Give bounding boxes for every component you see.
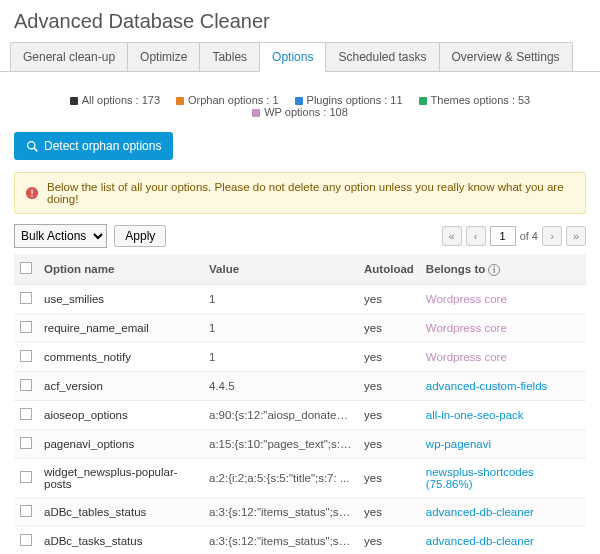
tab-general-clean-up[interactable]: General clean-up	[10, 42, 128, 71]
tab-overview-settings[interactable]: Overview & Settings	[439, 42, 573, 71]
svg-point-0	[28, 141, 35, 148]
cell-autoload: yes	[358, 459, 420, 498]
cell-belongs[interactable]: advanced-db-cleaner	[420, 498, 586, 527]
row-checkbox[interactable]	[14, 372, 38, 401]
th-belongs: Belongs toi	[420, 254, 586, 285]
legend-item[interactable]: WP options : 108	[252, 106, 348, 118]
row-checkbox[interactable]	[14, 401, 38, 430]
svg-rect-4	[31, 195, 32, 196]
tab-optimize[interactable]: Optimize	[127, 42, 200, 71]
cell-value: 4.4.5	[203, 372, 358, 401]
tab-bar: General clean-upOptimizeTablesOptionsSch…	[0, 41, 600, 72]
row-checkbox[interactable]	[14, 498, 38, 527]
cell-value: a:2:{i:2;a:5:{s:5:"title";s:7: ...	[203, 459, 358, 498]
cell-name: use_smilies	[38, 285, 203, 314]
checkbox-icon	[20, 292, 32, 304]
th-name[interactable]: Option name	[38, 254, 203, 285]
row-checkbox[interactable]	[14, 430, 38, 459]
pager-next[interactable]: ›	[542, 226, 562, 246]
cell-belongs[interactable]: advanced-db-cleaner	[420, 527, 586, 555]
cell-autoload: yes	[358, 343, 420, 372]
cell-value: a:3:{s:12:"items_status";s:180 ...	[203, 498, 358, 527]
cell-name: pagenavi_options	[38, 430, 203, 459]
bulk-actions: Bulk Actions Apply	[14, 224, 166, 248]
table-row: aioseop_optionsa:90:{s:12:"aiosp_donate"…	[14, 401, 586, 430]
cell-belongs[interactable]: Wordpress core	[420, 343, 586, 372]
cell-belongs[interactable]: advanced-custom-fields	[420, 372, 586, 401]
table-row: require_name_email1yesWordpress core	[14, 314, 586, 343]
cell-name: aDBc_tables_status	[38, 498, 203, 527]
row-checkbox[interactable]	[14, 527, 38, 555]
table-row: widget_newsplus-popular-postsa:2:{i:2;a:…	[14, 459, 586, 498]
legend-item[interactable]: Themes options : 53	[419, 94, 531, 106]
checkbox-icon	[20, 350, 32, 362]
warning-icon	[25, 186, 39, 200]
search-icon	[26, 140, 39, 153]
swatch-icon	[252, 109, 260, 117]
th-value: Value	[203, 254, 358, 285]
pager-prev[interactable]: ‹	[466, 226, 486, 246]
legend-label: Themes options : 53	[431, 94, 531, 106]
cell-autoload: yes	[358, 498, 420, 527]
tab-content: All options : 173Orphan options : 1Plugi…	[0, 72, 600, 554]
cell-value: a:90:{s:12:"aiosp_donate";s:0: ...	[203, 401, 358, 430]
table-row: pagenavi_optionsa:15:{s:10:"pages_text";…	[14, 430, 586, 459]
svg-line-1	[34, 148, 37, 151]
row-checkbox[interactable]	[14, 459, 38, 498]
legend: All options : 173Orphan options : 1Plugi…	[14, 84, 586, 132]
cell-name: require_name_email	[38, 314, 203, 343]
cell-autoload: yes	[358, 527, 420, 555]
checkbox-icon	[20, 379, 32, 391]
legend-label: Orphan options : 1	[188, 94, 279, 106]
swatch-icon	[419, 97, 427, 105]
cell-autoload: yes	[358, 401, 420, 430]
row-checkbox[interactable]	[14, 285, 38, 314]
tab-scheduled-tasks[interactable]: Scheduled tasks	[325, 42, 439, 71]
cell-belongs[interactable]: wp-pagenavi	[420, 430, 586, 459]
table-row: use_smilies1yesWordpress core	[14, 285, 586, 314]
cell-value: 1	[203, 343, 358, 372]
cell-belongs[interactable]: Wordpress core	[420, 285, 586, 314]
detect-orphan-button[interactable]: Detect orphan options	[14, 132, 173, 160]
legend-item[interactable]: Plugins options : 11	[295, 94, 403, 106]
cell-belongs[interactable]: all-in-one-seo-pack	[420, 401, 586, 430]
legend-label: WP options : 108	[264, 106, 348, 118]
legend-item[interactable]: All options : 173	[70, 94, 160, 106]
legend-label: All options : 173	[82, 94, 160, 106]
table-row: aDBc_tasks_statusa:3:{s:12:"items_status…	[14, 527, 586, 555]
page-title: Advanced Database Cleaner	[0, 0, 600, 41]
legend-item[interactable]: Orphan options : 1	[176, 94, 279, 106]
row-checkbox[interactable]	[14, 314, 38, 343]
th-autoload: Autoload	[358, 254, 420, 285]
cell-autoload: yes	[358, 285, 420, 314]
pager: « ‹ of 4 › »	[442, 226, 586, 246]
tab-tables[interactable]: Tables	[199, 42, 260, 71]
cell-value: a:3:{s:12:"items_status";s:137 ...	[203, 527, 358, 555]
cell-autoload: yes	[358, 430, 420, 459]
bulk-select[interactable]: Bulk Actions	[14, 224, 107, 248]
cell-name: aDBc_tasks_status	[38, 527, 203, 555]
swatch-icon	[176, 97, 184, 105]
pager-last[interactable]: »	[566, 226, 586, 246]
table-row: acf_version4.4.5yesadvanced-custom-field…	[14, 372, 586, 401]
cell-belongs[interactable]: newsplus-shortcodes (75.86%)	[420, 459, 586, 498]
checkbox-icon	[20, 321, 32, 333]
row-checkbox[interactable]	[14, 343, 38, 372]
swatch-icon	[70, 97, 78, 105]
checkbox-icon	[20, 471, 32, 483]
tab-options[interactable]: Options	[259, 42, 326, 72]
cell-belongs[interactable]: Wordpress core	[420, 314, 586, 343]
swatch-icon	[295, 97, 303, 105]
cell-value: 1	[203, 314, 358, 343]
pager-first[interactable]: «	[442, 226, 462, 246]
alert: Below the list of all your options. Plea…	[14, 172, 586, 214]
toolbar: Bulk Actions Apply « ‹ of 4 › »	[14, 224, 586, 248]
cell-autoload: yes	[358, 314, 420, 343]
info-icon: i	[488, 264, 500, 276]
pager-current[interactable]	[490, 226, 516, 246]
checkbox-icon	[20, 534, 32, 546]
th-checkbox[interactable]	[14, 254, 38, 285]
apply-button[interactable]: Apply	[114, 225, 166, 247]
pager-total: of 4	[520, 230, 538, 242]
alert-text: Below the list of all your options. Plea…	[47, 181, 575, 205]
